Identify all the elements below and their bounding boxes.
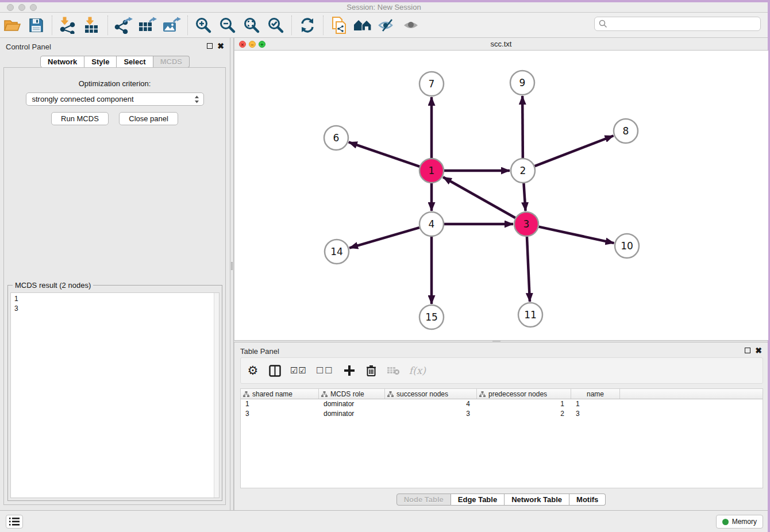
tab-mcds[interactable]: MCDS bbox=[153, 56, 190, 68]
vertical-splitter[interactable] bbox=[230, 38, 234, 510]
graph-edge-3-11[interactable] bbox=[527, 237, 530, 302]
column-header-shared-name[interactable]: shared name bbox=[241, 389, 319, 399]
minimize-window-icon[interactable] bbox=[18, 4, 25, 11]
export-network-icon[interactable] bbox=[113, 15, 134, 36]
hide-selected-icon[interactable] bbox=[377, 15, 398, 36]
deselect-all-icon[interactable]: ☐☐ bbox=[316, 364, 334, 377]
tab-network-table[interactable]: Network Table bbox=[505, 494, 569, 506]
tab-motifs[interactable]: Motifs bbox=[569, 494, 606, 506]
function-builder-icon[interactable]: f(x) bbox=[409, 364, 426, 377]
graph-edge-2-9[interactable] bbox=[522, 96, 523, 158]
graph-node-9[interactable]: 9 bbox=[510, 71, 534, 95]
graph-node-11[interactable]: 11 bbox=[518, 303, 542, 327]
search-box[interactable] bbox=[594, 17, 761, 31]
table-cell: 1 bbox=[571, 399, 620, 409]
close-panel-button[interactable]: Close panel bbox=[119, 112, 178, 125]
graph-edge-3-1[interactable] bbox=[443, 177, 515, 218]
export-image-icon[interactable] bbox=[161, 15, 182, 36]
table-row[interactable]: 1dominator411 bbox=[241, 399, 763, 409]
graph-edge-4-14[interactable] bbox=[349, 228, 419, 248]
criterion-dropdown[interactable]: strongly connected component bbox=[26, 92, 204, 106]
table-row[interactable]: 3dominator323 bbox=[241, 409, 763, 419]
sort-hierarchy-icon bbox=[387, 391, 394, 397]
graph-node-7[interactable]: 7 bbox=[419, 72, 444, 96]
mcds-result-list[interactable]: 13 bbox=[10, 292, 220, 498]
graph-node-14[interactable]: 14 bbox=[325, 240, 349, 264]
column-label: MCDS role bbox=[330, 390, 364, 398]
close-window-icon[interactable] bbox=[7, 4, 14, 11]
tab-style[interactable]: Style bbox=[84, 56, 117, 68]
graph-node-2[interactable]: 2 bbox=[511, 159, 535, 183]
show-column-icon[interactable] bbox=[268, 364, 281, 377]
zoom-fit-icon[interactable] bbox=[241, 15, 262, 36]
sort-hierarchy-icon bbox=[321, 391, 328, 397]
run-mcds-button[interactable]: Run MCDS bbox=[51, 112, 109, 125]
control-panel-title: Control Panel bbox=[6, 43, 51, 51]
import-network-icon[interactable] bbox=[57, 15, 78, 36]
task-history-button[interactable] bbox=[6, 515, 23, 529]
tab-edge-table[interactable]: Edge Table bbox=[451, 494, 505, 506]
show-all-icon[interactable] bbox=[401, 15, 422, 36]
window-titlebar: Session: New Session bbox=[0, 2, 768, 13]
graph-node-4[interactable]: 4 bbox=[419, 212, 444, 236]
splitter-grip[interactable] bbox=[492, 341, 500, 342]
column-header-MCDS-role[interactable]: MCDS role bbox=[319, 389, 385, 399]
graph-edge-3-10[interactable] bbox=[538, 227, 614, 243]
settings-gear-icon[interactable]: ⚙ bbox=[247, 364, 259, 377]
optimization-criterion-label: Optimization criterion: bbox=[4, 79, 225, 88]
network-window-titlebar[interactable]: × − + scc.txt bbox=[234, 38, 768, 51]
graph-edge-2-3[interactable] bbox=[523, 183, 525, 211]
splitter-grip[interactable] bbox=[231, 262, 233, 270]
open-session-icon[interactable] bbox=[2, 15, 22, 36]
node-table: shared nameMCDS rolesuccessor nodesprede… bbox=[240, 388, 763, 488]
graph-node-1[interactable]: 1 bbox=[419, 159, 444, 183]
chevron-updown-icon bbox=[194, 95, 200, 104]
float-panel-icon[interactable] bbox=[207, 43, 213, 49]
table-header-row: shared nameMCDS rolesuccessor nodesprede… bbox=[241, 389, 763, 399]
add-row-icon[interactable] bbox=[343, 364, 356, 377]
tab-node-table[interactable]: Node Table bbox=[396, 494, 451, 506]
table-panel: Table Panel ✖ ⚙ ☑☑ ☐☐ bbox=[234, 342, 768, 510]
delete-row-icon[interactable] bbox=[365, 364, 378, 377]
zoom-selected-icon[interactable] bbox=[265, 15, 286, 36]
memory-button[interactable]: Memory bbox=[716, 515, 763, 529]
control-panel: Control Panel ✖ NetworkStyleSelectMCDS O… bbox=[0, 38, 230, 510]
zoom-in-icon[interactable] bbox=[193, 15, 214, 36]
search-input[interactable] bbox=[610, 20, 760, 28]
network-canvas[interactable]: 7968124314101511 bbox=[234, 51, 768, 340]
result-scrollbar[interactable] bbox=[214, 293, 219, 498]
graph-node-label: 7 bbox=[429, 78, 435, 90]
close-panel-icon[interactable]: ✖ bbox=[217, 43, 224, 49]
search-icon bbox=[599, 20, 607, 28]
column-header-successor-nodes[interactable]: successor nodes bbox=[385, 389, 477, 399]
graph-node-10[interactable]: 10 bbox=[615, 234, 639, 258]
close-network-icon[interactable]: × bbox=[239, 41, 246, 48]
column-header-name[interactable]: name bbox=[571, 389, 620, 399]
column-label: successor nodes bbox=[396, 390, 448, 398]
tab-network[interactable]: Network bbox=[40, 56, 84, 68]
copy-style-icon[interactable] bbox=[329, 15, 349, 36]
tab-select[interactable]: Select bbox=[117, 56, 153, 68]
graph-edge-2-8[interactable] bbox=[535, 136, 614, 166]
export-table-icon[interactable] bbox=[137, 15, 158, 36]
sort-hierarchy-icon bbox=[479, 391, 486, 397]
table-cell: 1 bbox=[241, 399, 319, 409]
import-table-icon[interactable] bbox=[82, 15, 102, 36]
graph-node-3[interactable]: 3 bbox=[514, 212, 538, 236]
graph-node-8[interactable]: 8 bbox=[614, 119, 638, 143]
column-header-predecessor-nodes[interactable]: predecessor nodes bbox=[477, 389, 571, 399]
save-session-icon[interactable] bbox=[26, 15, 47, 36]
graph-node-15[interactable]: 15 bbox=[419, 305, 444, 329]
select-all-icon[interactable]: ☑☑ bbox=[290, 364, 307, 377]
float-panel-icon[interactable] bbox=[745, 348, 750, 353]
close-panel-icon[interactable]: ✖ bbox=[755, 348, 762, 353]
apply-layout-icon[interactable] bbox=[297, 15, 318, 36]
delete-table-icon[interactable] bbox=[387, 364, 400, 377]
zoom-window-icon[interactable] bbox=[30, 4, 37, 11]
graph-node-6[interactable]: 6 bbox=[324, 126, 348, 150]
home-icon[interactable] bbox=[353, 15, 374, 36]
graph-edge-1-6[interactable] bbox=[349, 142, 419, 166]
zoom-out-icon[interactable] bbox=[217, 15, 238, 36]
maximize-network-icon[interactable]: + bbox=[259, 41, 265, 48]
minimize-network-icon[interactable]: − bbox=[249, 41, 256, 48]
